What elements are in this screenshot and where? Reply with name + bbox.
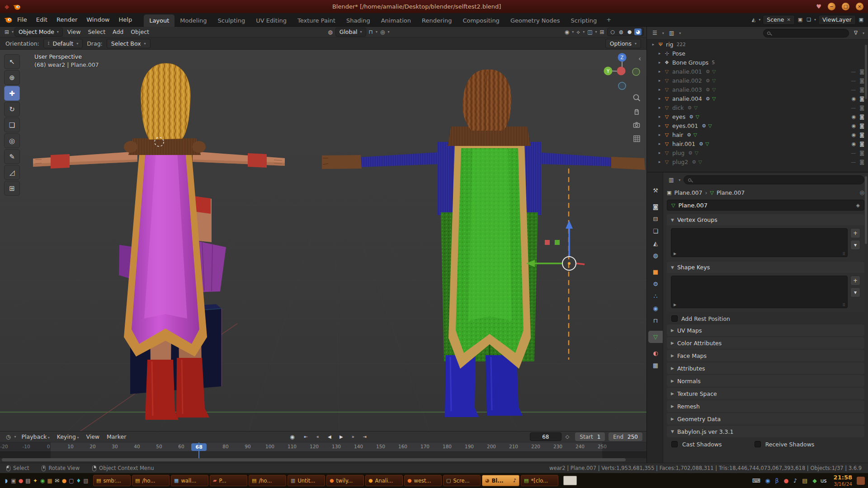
tray-volume[interactable]: ♪ [793,477,797,484]
vertex-groups-list[interactable]: ▶ ⠿ [671,228,848,257]
shading-solid-icon[interactable]: ◍ [618,28,625,35]
outliner-item-bone-groups[interactable]: ▸❖Bone Groups5 [647,58,868,67]
launcher-firefox[interactable]: ● [61,476,67,486]
camera-render-visibility-icon[interactable]: ◙ [859,123,864,129]
gizmo-neg-z-ball[interactable] [618,82,626,89]
select-box-tool[interactable]: ↖ [4,54,20,69]
gizmo-neg-y-ball[interactable] [632,68,640,75]
section-remesh[interactable]: ▶Remesh [667,400,864,412]
pan-hand-button[interactable] [632,107,642,117]
next-keyframe-button[interactable]: » [348,433,358,441]
jump-to-end-button[interactable]: ⇥ [360,433,370,441]
eye-hidden-icon[interactable]: — [851,69,856,75]
gizmo-x-ball[interactable] [617,67,626,75]
outliner-item-hair-001[interactable]: ▸▽hair.001⚙▽◉◙ [647,139,868,148]
camera-render-visibility-icon[interactable]: ◙ [859,132,864,138]
drag-setting-dropdown[interactable]: Select Box▾ [107,39,151,48]
tray-bluetooth[interactable]: β [775,477,778,484]
section-attributes[interactable]: ▶Attributes [667,362,864,374]
visibility-icon[interactable]: ◉ [563,29,571,35]
tab-object-data[interactable]: ▽ [648,331,663,343]
section-geometry-data[interactable]: ▶Geometry Data [667,413,864,425]
menu-view[interactable]: View [64,28,85,35]
taskbar-window-scre[interactable]: ▢Scre... [443,475,481,486]
tab-particles[interactable]: ∴ [648,290,663,302]
shape-keys-header[interactable]: ▼Shape Keys [667,262,864,273]
taskbar-window-ho[interactable]: ▤/ho... [132,475,170,486]
expand-arrow-icon[interactable]: ▸ [650,42,657,47]
collapse-region-arrow[interactable]: ‹ [638,54,641,63]
gizmos-icon[interactable]: ⟡ [575,29,582,35]
close-button[interactable]: ✕ [856,3,863,10]
expand-arrow-icon[interactable]: ▸ [656,132,663,137]
vertex-groups-header[interactable]: ▼Vertex Groups [667,214,864,225]
scene-browse-icon[interactable]: ◭ [751,17,756,23]
cursor-tool[interactable]: ⊕ [4,70,20,85]
outliner-item-analie-004[interactable]: ▸▽analie.004⚙▽◉◙ [647,94,868,103]
tray-vpn[interactable]: ◆ [812,477,817,484]
keying-set-icon[interactable]: ◇ [563,434,571,440]
tab-world[interactable]: ◍ [648,249,663,262]
play-reverse-button[interactable]: ◀ [325,433,335,441]
expand-arrow-icon[interactable]: ▸ [656,105,663,110]
workspace-tab-compositing[interactable]: Compositing [457,14,505,27]
breadcrumb-object[interactable]: Plane.007 [674,189,702,196]
expand-arrow-icon[interactable]: ▸ [656,96,663,101]
taskbar-window-wall[interactable]: ▦wall... [171,475,208,486]
add-shape-key-button[interactable]: + [850,276,860,286]
fake-user-shield-icon[interactable]: ◈ [856,202,860,208]
tray-updates[interactable]: ● [783,477,788,484]
zoom-button[interactable] [632,93,642,103]
scale-tool[interactable]: ❏ [4,117,20,132]
taskbar-window-smb[interactable]: ▤smb:... [93,475,131,486]
expand-arrow-icon[interactable]: ▸ [656,69,663,74]
camera-render-visibility-icon[interactable]: ◙ [859,150,864,156]
add-rest-position-checkbox[interactable] [671,315,678,322]
workspace-tab-uv-editing[interactable]: UV Editing [250,14,292,27]
workspace-tab-texture-paint[interactable]: Texture Paint [292,14,341,27]
receive-shadows-checkbox[interactable] [755,441,761,447]
properties-search-input[interactable] [684,175,864,184]
tab-texture[interactable]: ▦ [648,359,663,371]
keyboard-layout-indicator[interactable]: us [821,478,827,484]
blender-logo-icon[interactable] [4,16,13,23]
launcher-chat[interactable]: ♦ [75,476,82,486]
expand-arrow-icon[interactable]: ▸ [656,160,663,164]
timeline-scrollbar[interactable] [2,458,626,461]
menu-window[interactable]: Window [82,13,114,27]
display-mode-icon[interactable]: ▥ [667,30,676,36]
toggle-orthographic-button[interactable] [632,134,642,144]
overlays-icon[interactable]: ◫ [585,29,594,35]
gizmo-plane-handle-green[interactable] [555,240,560,245]
section-normals[interactable]: ▶Normals [667,375,864,387]
shading-rendered-icon[interactable]: ◕ [634,28,642,35]
new-viewlayer-icon[interactable]: ▣ [858,17,864,23]
tab-modifiers[interactable]: ⚙ [648,278,663,290]
launcher-settings[interactable]: ✦ [32,476,38,486]
tab-view-layer[interactable]: ❏ [648,225,663,237]
section-face-maps[interactable]: ▶Face Maps [667,350,864,361]
menu-render[interactable]: Render [52,13,82,27]
maximize-button[interactable]: □ [842,3,849,10]
taskbar-window-untit[interactable]: ▥Untit... [288,475,325,486]
expand-arrow-icon[interactable]: ▸ [656,150,663,155]
workspace-tab-animation[interactable]: Animation [376,14,416,27]
playhead-frame-chip[interactable]: 68 [191,443,207,451]
shading-material-icon[interactable]: ● [626,28,633,35]
auto-keying-record-button[interactable]: ◉ [290,434,294,440]
tab-tool[interactable]: ⚒ [648,184,663,197]
outliner-editor-icon[interactable]: ☰ [651,30,659,36]
navigation-gizmo[interactable]: Z Y [601,51,643,94]
workspace-tab-sculpting[interactable]: Sculpting [212,14,250,27]
taskbar-window-anali[interactable]: ●Anali... [365,475,403,486]
annotate-tool[interactable]: ✎ [4,149,20,164]
menu-file[interactable]: File [13,13,32,27]
taskbar-window-clo[interactable]: ▤*[clo... [521,475,558,486]
move-tool[interactable]: ✚ [4,86,20,101]
menu-object[interactable]: Object [127,28,153,35]
jump-to-start-button[interactable]: ⇤ [301,433,311,441]
camera-render-visibility-icon[interactable]: ◙ [859,96,864,102]
options-dropdown[interactable]: Options▾ [605,39,641,48]
add-cube-tool[interactable]: ⊞ [4,181,20,196]
3d-viewport-scene[interactable] [0,50,646,431]
